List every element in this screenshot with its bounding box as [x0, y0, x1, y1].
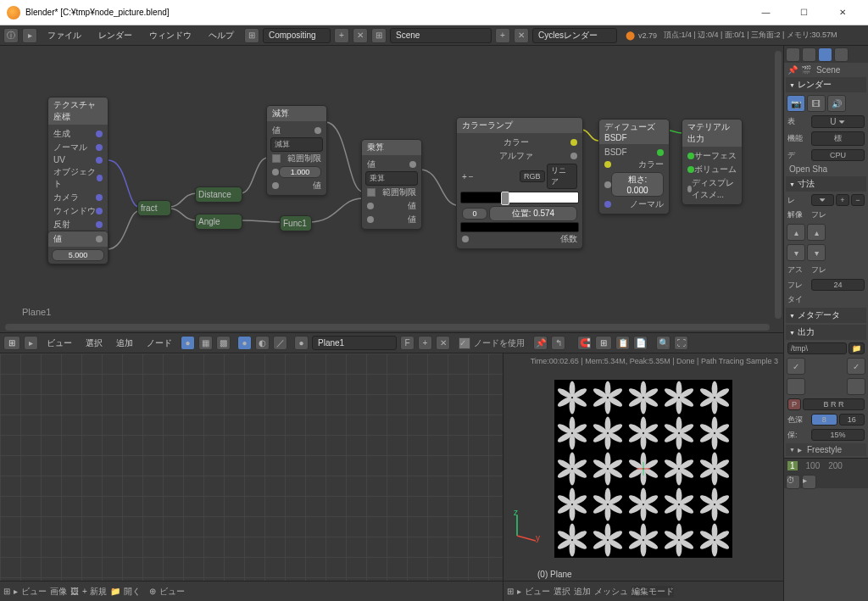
close-button[interactable]: ✕ [823, 1, 861, 25]
preset-select[interactable]: ⏷ [811, 194, 834, 206]
node-angle[interactable]: Angle [195, 214, 242, 230]
backdrop-fit-icon[interactable]: ⛶ [674, 336, 688, 350]
layout-del-icon[interactable]: ✕ [353, 28, 368, 43]
interp-select[interactable]: リニア [547, 164, 577, 189]
node-material-output[interactable]: マテリアル出力 サーフェス ボリューム ディスプレイスメ... [682, 119, 743, 205]
scene-add-icon[interactable]: + [495, 28, 510, 43]
menu-select[interactable]: 選択 [81, 337, 108, 349]
snap-icon[interactable]: 🧲 [577, 336, 592, 350]
paste-nodes-icon[interactable]: 📄 [633, 336, 648, 350]
menu-add[interactable]: 追加 [574, 586, 591, 598]
res-x-up[interactable]: ▴ [787, 224, 805, 241]
editor-type-icon[interactable]: ⊞ [507, 587, 514, 596]
scene-selector[interactable]: Scene [390, 28, 492, 43]
menu-expand-icon[interactable]: ▸ [517, 587, 521, 596]
ramp-del-icon[interactable]: − [469, 172, 474, 181]
texture-tree-icon[interactable]: ▩ [216, 336, 231, 350]
menu-window[interactable]: ウィンドウ [142, 30, 198, 42]
material-browse-icon[interactable]: ● [294, 336, 309, 350]
editor-type-icon[interactable]: ⊞ [3, 336, 20, 350]
uv-image-editor[interactable]: ⊞ ▸ ビュー 画像 🖼 + 新規 📁 開く ⊕ ビュー [0, 353, 504, 601]
new-image-button[interactable]: + 新規 [82, 586, 107, 598]
menu-image[interactable]: 画像 [50, 586, 67, 598]
layout-browse-icon[interactable]: ⊞ [244, 28, 259, 43]
extensions-checkbox[interactable]: ✓ [847, 358, 865, 375]
display-mode[interactable]: U ⏷ [811, 115, 865, 128]
menu-node[interactable]: ノード [142, 337, 177, 349]
feature-set[interactable]: 標 [811, 131, 865, 146]
tab-world-icon[interactable] [834, 47, 849, 62]
math-op-select[interactable]: 減算 [270, 137, 323, 152]
image-browse-icon[interactable]: 🖼 [70, 587, 79, 596]
panel-freestyle[interactable]: ▸ Freestyle [786, 443, 866, 456]
hscrollbar[interactable] [5, 324, 770, 331]
menu-view[interactable]: ビュー [21, 586, 47, 598]
depth-8[interactable]: 8 [811, 414, 837, 426]
node-multiply[interactable]: 乗算 値 乗算 範囲制限 値 値 [361, 139, 422, 230]
value-field[interactable]: 5.000 [52, 249, 104, 261]
panel-dimensions[interactable]: 寸法 [786, 176, 866, 192]
backdrop-zoom-icon[interactable]: 🔍 [656, 336, 670, 350]
vscrollbar[interactable] [775, 51, 782, 319]
shader-tree-icon[interactable]: ● [181, 336, 195, 350]
material-del-icon[interactable]: ✕ [436, 336, 450, 350]
maximize-button[interactable]: ☐ [785, 1, 823, 25]
timeline-menu-icon[interactable]: ▸ [802, 475, 816, 489]
layout-add-icon[interactable]: + [334, 28, 349, 43]
preset-add[interactable]: + [836, 194, 849, 206]
node-color-ramp[interactable]: カラーランプ カラー アルファ + − RGB リニア 0 位置: 0.574 … [456, 117, 583, 249]
depth-16[interactable]: 16 [839, 414, 865, 426]
roughness-field[interactable]: 粗さ: 0.000 [611, 172, 664, 197]
node-value[interactable]: 値 5.000 [47, 231, 108, 264]
node-editor[interactable]: テクスチャ座標 生成 ノーマル UV オブジェクト カメラ ウィンドウ 反射 オ… [0, 46, 783, 333]
menu-expand-icon[interactable]: ▸ [14, 587, 18, 596]
snap-type[interactable]: ⊞ [595, 336, 612, 350]
fake-user-button[interactable]: F [400, 336, 415, 350]
pin-icon[interactable]: 📌 [533, 336, 548, 350]
tab-render-icon[interactable] [786, 47, 800, 62]
menu-view[interactable]: ビュー [42, 337, 77, 349]
menu-file[interactable]: ファイル [41, 30, 88, 42]
engine-selector[interactable]: Cyclesレンダー [532, 28, 617, 43]
object-type-icon[interactable]: ● [237, 336, 252, 350]
menu-select[interactable]: 選択 [554, 586, 570, 598]
placeholder-checkbox[interactable] [787, 378, 805, 395]
line-type-icon[interactable]: ／ [273, 336, 287, 350]
value-field[interactable]: 1.000 [279, 166, 321, 178]
node-diffuse-bsdf[interactable]: ディフューズBSDF BSDF カラー 粗さ: 0.000 ノーマル [598, 119, 670, 214]
scene-browse-icon[interactable]: ⊞ [371, 28, 387, 43]
pin-icon[interactable]: 📌 [787, 65, 798, 75]
color-ramp-gradient[interactable] [460, 192, 579, 203]
compositor-tree-icon[interactable]: ▦ [198, 336, 213, 350]
go-parent-icon[interactable]: ↰ [551, 336, 565, 350]
menu-expand-icon[interactable]: ▸ [24, 336, 38, 350]
fps-field[interactable]: 24 [811, 279, 865, 291]
res-x-dn[interactable]: ▾ [787, 244, 805, 261]
format-icon[interactable]: P [787, 398, 801, 410]
scene-del-icon[interactable]: ✕ [514, 28, 529, 43]
node-distance[interactable]: Distance [195, 186, 242, 203]
menu-add[interactable]: 追加 [111, 337, 138, 349]
material-selector[interactable]: Plane1 [312, 336, 397, 350]
menu-view2[interactable]: ビュー [159, 586, 185, 598]
clamp-checkbox[interactable] [367, 188, 376, 197]
properties-editor[interactable]: 📌🎬Scene レンダー 📷 🎞 🔊 表U ⏷ 機能標 デCPU Open Sh… [783, 46, 868, 601]
node-func1[interactable]: Func1 [280, 215, 312, 231]
menu-expand-icon[interactable]: ▸ [22, 28, 37, 43]
preset-del[interactable]: − [851, 194, 865, 206]
browse-icon[interactable]: 📁 [849, 342, 865, 354]
color-mode[interactable]: B R R [803, 398, 865, 410]
world-type-icon[interactable]: ◐ [255, 336, 270, 350]
panel-metadata[interactable]: メタデータ [786, 308, 866, 323]
stop-index[interactable]: 0 [462, 208, 487, 220]
material-add-icon[interactable]: + [418, 336, 432, 350]
open-image-button[interactable]: 開く [124, 586, 141, 598]
ramp-add-icon[interactable]: + [462, 172, 467, 181]
render-audio-icon[interactable]: 🔊 [827, 95, 846, 112]
overwrite-checkbox[interactable]: ✓ [787, 358, 805, 375]
editor-type-icon[interactable]: ⊞ [3, 587, 10, 596]
minimize-button[interactable]: — [747, 1, 785, 25]
copy-nodes-icon[interactable]: 📋 [615, 336, 630, 350]
menu-view[interactable]: ビュー [525, 586, 550, 598]
color-swatch[interactable] [460, 222, 579, 232]
